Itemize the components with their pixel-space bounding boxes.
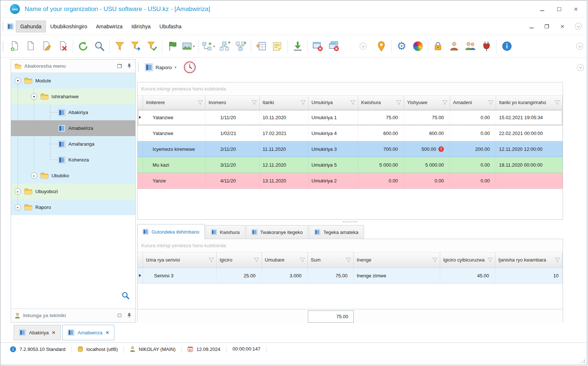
column-header-amadeni[interactable]: Amadeni xyxy=(450,96,496,109)
report-toolbar-grip[interactable] xyxy=(138,63,139,72)
filter-button[interactable] xyxy=(111,38,128,55)
tree-item-abakiriya[interactable]: Abakiriya xyxy=(11,104,135,120)
refresh-button[interactable] xyxy=(75,38,91,55)
table-row[interactable]: Yatanzwe 1/11/20 10.11.2020 Umukiriya 1 … xyxy=(138,110,563,125)
filter-funnel-icon[interactable] xyxy=(209,257,214,262)
tree-item-ububiko[interactable]: ▸ Ububiko xyxy=(11,168,135,184)
tree-item-module[interactable]: ▾ Module xyxy=(11,73,135,89)
column-header-kwishura[interactable]: Kwishura xyxy=(358,96,404,109)
column-header-igiciro[interactable]: Igiciro xyxy=(217,252,262,267)
sidebar-search-button[interactable] xyxy=(122,292,129,299)
mdi-system-icon[interactable] xyxy=(7,23,14,30)
filter-funnel-icon[interactable] xyxy=(300,100,306,105)
tree-expander-icon[interactable]: ▸ xyxy=(15,204,21,210)
horizontal-splitter[interactable] xyxy=(137,220,563,224)
filter-funnel-icon[interactable] xyxy=(300,257,305,262)
toolbar-grip[interactable] xyxy=(3,42,3,51)
filter-funnel-icon[interactable] xyxy=(555,100,560,105)
filter-funnel-icon[interactable] xyxy=(555,257,560,262)
search-button[interactable] xyxy=(91,38,107,55)
edit-record-button[interactable] xyxy=(39,38,55,55)
column-header-yishyuwe[interactable]: Yishyuwe xyxy=(404,96,450,109)
lock-button[interactable] xyxy=(430,38,446,55)
copy-record-button[interactable] xyxy=(22,38,39,55)
raporo-button[interactable]: Raporo ▾ xyxy=(142,61,180,74)
tab-gutondeka-ibihimbano[interactable]: Gutondeka ibihimbano xyxy=(137,224,205,239)
menu-item-amabwiriza[interactable]: Amabwiriza xyxy=(92,21,127,32)
column-header-izina-rya-serivisi[interactable]: Izina rya serivisi xyxy=(143,252,217,267)
new-record-button[interactable] xyxy=(6,38,22,55)
close-window-button[interactable] xyxy=(310,38,326,55)
tree-item-raporo[interactable]: ▸ Raporo xyxy=(11,199,135,215)
panel-collapse-button[interactable] xyxy=(116,312,123,319)
plugin-button[interactable] xyxy=(478,38,495,55)
mdi-restore-button[interactable] xyxy=(544,24,550,29)
tree-expander-icon[interactable]: ▾ xyxy=(15,78,21,84)
panel-float-button[interactable] xyxy=(116,63,123,70)
menubar-grip[interactable] xyxy=(3,22,3,31)
filter-apply-button[interactable] xyxy=(144,38,160,55)
notes-button[interactable] xyxy=(269,38,285,55)
table-row[interactable]: Yanze 4/11/20 13.11.2020 Umukiriya 2 0.0… xyxy=(138,173,563,189)
filter-funnel-icon[interactable] xyxy=(432,257,438,262)
map-pin-button[interactable] xyxy=(373,38,389,55)
filter-funnel-icon[interactable] xyxy=(442,100,448,105)
user-group-button[interactable] xyxy=(462,38,478,55)
filter-funnel-icon[interactable] xyxy=(488,100,493,105)
add-table-row-button[interactable] xyxy=(253,38,269,55)
doc-tab-amabwiriza[interactable]: Amabwiriza × xyxy=(62,325,114,340)
filter-funnel-icon[interactable] xyxy=(396,100,402,105)
flag-button[interactable] xyxy=(164,38,180,55)
column-header-umubare[interactable]: Umubare xyxy=(262,252,308,267)
toolbar-overflow-icon[interactable] xyxy=(360,43,367,50)
menu-item-ubufasha[interactable]: Ubufasha xyxy=(155,21,186,32)
tab-close-icon[interactable]: × xyxy=(106,330,109,335)
menu-item-idirishya[interactable]: Idirishya xyxy=(127,21,155,32)
tab-twakoranye-itegeko[interactable]: Twakoranye itegeko xyxy=(246,225,309,239)
column-header-inenge[interactable]: Inenge xyxy=(354,252,440,267)
tab-tegeka-amateka[interactable]: Tegeka amateka xyxy=(309,225,364,239)
column-header-ijanisha-ryo-kwambara[interactable]: Ijanisha ryo kwambara xyxy=(495,252,563,267)
menu-item-gahunda[interactable]: Gahunda xyxy=(16,21,46,32)
filter-funnel-icon[interactable] xyxy=(346,257,351,262)
tree-item-ishirahamwe[interactable]: ▾ Ishirahamwe xyxy=(11,89,135,104)
toolbar-overflow-right-icon[interactable] xyxy=(576,43,583,50)
tree-item-amabwiriza[interactable]: Amabwiriza xyxy=(11,120,135,136)
column-header-igiciro-cyibicuruzwa[interactable]: Igiciro cyibicuruzwa xyxy=(440,252,495,267)
menu-item-ububikoshingiro[interactable]: Ububikoshingiro xyxy=(46,21,92,32)
tree-expand-button[interactable] xyxy=(217,38,233,55)
filter-funnel-icon[interactable] xyxy=(252,100,257,105)
column-header-itariki-yo-kurangiriraho[interactable]: Itariki yo kurangiriraho xyxy=(496,96,563,109)
tab-kwishura[interactable]: Kwishura xyxy=(206,225,245,239)
tree-expander-icon[interactable]: ▸ xyxy=(15,188,21,195)
close-button[interactable]: × xyxy=(573,6,579,12)
table-row[interactable]: Mu kazi 3/11/20 12.11.2020 Umukiriya 5 5… xyxy=(138,157,563,173)
settings-gear-button[interactable]: ⚙ xyxy=(393,38,410,55)
user-button[interactable] xyxy=(446,38,462,55)
column-header-umukiriya[interactable]: Umukiriya xyxy=(309,96,358,109)
minimize-button[interactable] xyxy=(539,6,545,12)
doc-tab-abakiriya[interactable]: Abakiriya × xyxy=(14,325,61,340)
tree-expander-icon[interactable]: ▾ xyxy=(31,93,37,100)
table-row[interactable]: Yatanzwe 1/02/21 17.02.2021 Umukiriya 4 … xyxy=(138,125,563,141)
maximize-button[interactable] xyxy=(556,6,562,12)
close-all-windows-button[interactable] xyxy=(326,38,342,55)
tree-item-amafaranga[interactable]: Amafaranga xyxy=(11,136,135,152)
color-scheme-button[interactable] xyxy=(410,38,426,55)
support-panel-header[interactable]: Inkunga ya tekiniki xyxy=(11,308,135,322)
delete-record-button[interactable] xyxy=(55,38,71,55)
panel-pin-button[interactable] xyxy=(126,63,132,70)
menubar-overflow-icon[interactable] xyxy=(575,23,582,30)
table-row[interactable]: Serivisi 3 25.00 3.000 75.00 Inenge zimw… xyxy=(138,268,563,284)
timer-button[interactable] xyxy=(183,61,196,74)
filter-funnel-icon[interactable] xyxy=(197,100,203,105)
filter-edit-button[interactable] xyxy=(128,38,144,55)
tree-add-node-button[interactable]: ▾ xyxy=(200,38,217,55)
filter-funnel-icon[interactable] xyxy=(350,100,356,105)
tree-item-kohereza[interactable]: Kohereza xyxy=(11,152,135,168)
mdi-minimize-button[interactable] xyxy=(528,24,534,29)
column-header-itariki[interactable]: Itariki xyxy=(260,96,309,109)
table-row[interactable]: Icyemezo kiremewe 2/11/20 11.11.2020 Umu… xyxy=(138,141,563,157)
tree-item-ubuyobozi[interactable]: ▸ Ubuyobozi xyxy=(11,184,135,199)
export-download-button[interactable] xyxy=(289,38,306,55)
